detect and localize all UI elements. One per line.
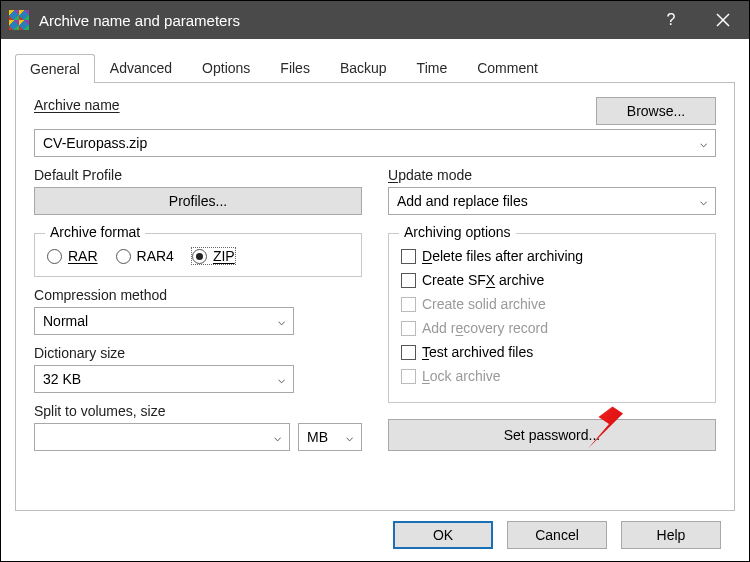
client-area: General Advanced Options Files Backup Ti… (1, 39, 749, 561)
set-password-button[interactable]: Set password... (388, 419, 716, 451)
archive-name-value: CV-Europass.zip (43, 135, 147, 151)
default-profile-label: Default Profile (34, 167, 362, 183)
radio-zip[interactable]: ZIP (192, 248, 235, 264)
chevron-down-icon: ⌵ (700, 194, 707, 208)
tab-options[interactable]: Options (187, 53, 265, 82)
chevron-down-icon: ⌵ (274, 430, 281, 444)
window-title: Archive name and parameters (39, 12, 240, 29)
archiving-options-group: Archiving options Delete files after arc… (388, 233, 716, 403)
ok-button[interactable]: OK (393, 521, 493, 549)
archive-name-input[interactable]: CV-Europass.zip ⌵ (34, 129, 716, 157)
right-column: Update mode Add and replace files ⌵ Arch… (388, 167, 716, 451)
chevron-down-icon: ⌵ (700, 136, 707, 150)
compression-label-text: ompression method (44, 287, 167, 303)
radio-rar4[interactable]: RAR4 (116, 248, 174, 264)
split-label: Split to volumes, size (34, 403, 362, 419)
browse-button[interactable]: Browse... (596, 97, 716, 125)
help-titlebar-button[interactable]: ? (645, 1, 697, 39)
compression-label: CCompression methodompression method (34, 287, 362, 303)
split-unit-select[interactable]: MB ⌵ (298, 423, 362, 451)
compression-select[interactable]: Normal ⌵ (34, 307, 294, 335)
check-recovery: Add recovery record (401, 320, 703, 336)
titlebar: Archive name and parameters ? (1, 1, 749, 39)
tab-files[interactable]: Files (265, 53, 325, 82)
chevron-down-icon: ⌵ (346, 430, 353, 444)
check-sfx[interactable]: Create SFX archive (401, 272, 703, 288)
tab-comment[interactable]: Comment (462, 53, 553, 82)
tab-backup[interactable]: Backup (325, 53, 402, 82)
archiving-options-legend: Archiving options (399, 224, 516, 240)
archive-format-group: Archive format RAR RAR4 ZIP (34, 233, 362, 277)
dictionary-label: Dictionary size (34, 345, 362, 361)
dictionary-select[interactable]: 32 KB ⌵ (34, 365, 294, 393)
profiles-button[interactable]: Profiles... (34, 187, 362, 215)
radio-rar[interactable]: RAR (47, 248, 98, 264)
dialog-window: Archive name and parameters ? General Ad… (0, 0, 750, 562)
tab-time[interactable]: Time (402, 53, 463, 82)
tab-body-general: Archive name Browse... CV-Europass.zip ⌵… (15, 83, 735, 511)
tab-general[interactable]: General (15, 54, 95, 83)
archive-format-legend: Archive format (45, 224, 145, 240)
archive-name-label: Archive name (34, 97, 120, 113)
update-mode-label: Update mode (388, 167, 716, 183)
app-icon (9, 10, 29, 30)
check-delete-after[interactable]: Delete files after archiving (401, 248, 703, 264)
chevron-down-icon: ⌵ (278, 372, 285, 386)
check-test[interactable]: Test archived files (401, 344, 703, 360)
tab-advanced[interactable]: Advanced (95, 53, 187, 82)
split-size-input[interactable]: ⌵ (34, 423, 290, 451)
update-mode-select[interactable]: Add and replace files ⌵ (388, 187, 716, 215)
left-column: Default Profile Profiles... Archive form… (34, 167, 362, 451)
cancel-button[interactable]: Cancel (507, 521, 607, 549)
help-button[interactable]: Help (621, 521, 721, 549)
close-icon (716, 13, 730, 27)
close-titlebar-button[interactable] (697, 1, 749, 39)
check-lock: Lock archive (401, 368, 703, 384)
dialog-button-row: OK Cancel Help (15, 511, 735, 549)
chevron-down-icon: ⌵ (278, 314, 285, 328)
check-solid: Create solid archive (401, 296, 703, 312)
tabstrip: General Advanced Options Files Backup Ti… (15, 53, 735, 83)
